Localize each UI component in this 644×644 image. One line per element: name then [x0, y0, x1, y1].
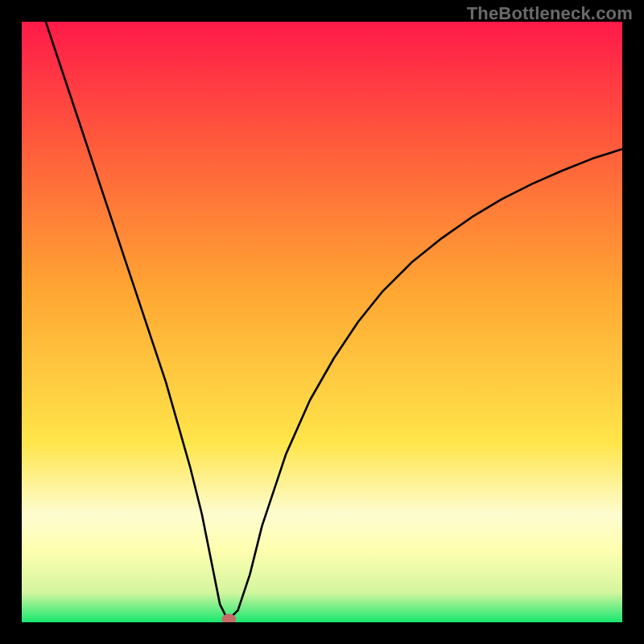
chart-frame: TheBottleneck.com — [0, 0, 644, 644]
plot-area — [22, 22, 622, 622]
watermark-text: TheBottleneck.com — [467, 3, 633, 24]
chart-svg — [22, 22, 622, 622]
gradient-background — [22, 22, 622, 622]
